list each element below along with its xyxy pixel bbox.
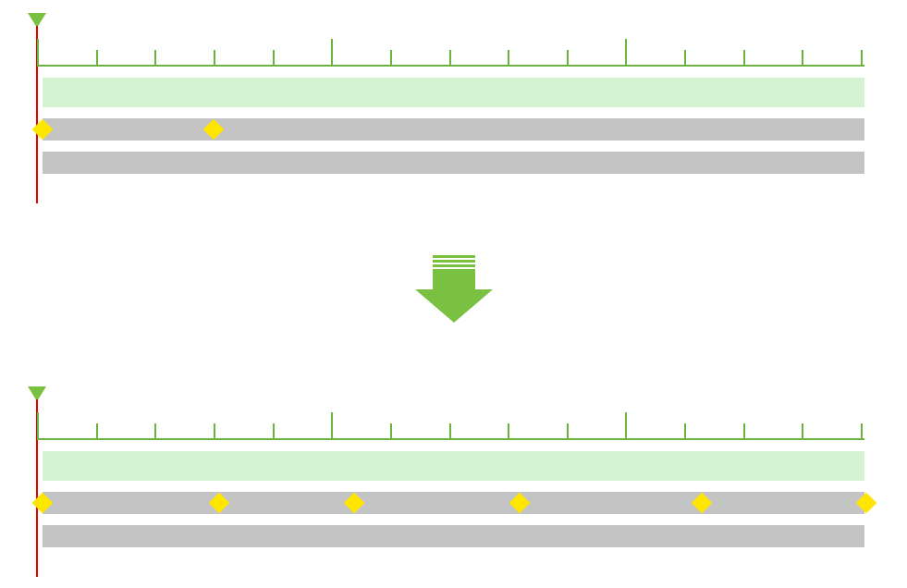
ruler-baseline	[37, 65, 864, 67]
ruler-tick	[508, 423, 509, 440]
timeline-before	[37, 15, 864, 174]
ruler-tick	[96, 423, 98, 440]
ruler-tick	[154, 423, 156, 440]
timeline-ruler[interactable]	[37, 394, 864, 440]
transition-arrow-icon	[415, 255, 493, 323]
ruler-tick	[861, 423, 863, 440]
keyframe-marker[interactable]	[691, 493, 712, 514]
ruler-tick	[273, 423, 275, 440]
ruler-tick	[625, 412, 627, 440]
ruler-tick	[861, 50, 863, 67]
timeline-ruler[interactable]	[37, 20, 864, 67]
keyframe-track[interactable]	[43, 492, 864, 514]
ruler-tick	[567, 50, 569, 67]
keyframe-marker[interactable]	[509, 493, 530, 514]
ruler-tick	[567, 423, 569, 440]
ruler-tick	[37, 39, 39, 67]
ruler-tick	[684, 50, 686, 67]
ruler-tick	[625, 39, 627, 67]
timing-track[interactable]	[43, 78, 864, 107]
ruler-tick	[154, 50, 156, 67]
ruler-tick	[449, 423, 451, 440]
ruler-tick	[273, 50, 275, 67]
ruler-tick	[449, 50, 451, 67]
ruler-tick	[214, 50, 215, 67]
ruler-tick	[37, 412, 39, 440]
ruler-tick	[390, 423, 392, 440]
timeline-after	[37, 388, 864, 547]
keyframe-marker[interactable]	[202, 119, 224, 141]
tracks-after	[37, 451, 864, 547]
ruler-tick	[743, 423, 745, 440]
ruler-baseline	[37, 438, 864, 440]
ruler-tick	[802, 50, 803, 67]
ruler-tick	[802, 423, 803, 440]
ruler-tick	[96, 50, 98, 67]
keyframe-marker[interactable]	[856, 493, 877, 514]
timing-track[interactable]	[43, 451, 864, 481]
ruler-tick	[508, 50, 509, 67]
ruler-tick	[331, 39, 333, 67]
ruler-tick	[214, 423, 215, 440]
keyframe-track[interactable]	[43, 525, 864, 547]
ruler-tick	[390, 50, 392, 67]
keyframe-marker[interactable]	[344, 493, 365, 514]
keyframe-marker[interactable]	[209, 493, 230, 514]
ruler-tick	[684, 423, 686, 440]
ruler-tick	[331, 412, 333, 440]
ruler-tick	[743, 50, 745, 67]
tracks-before	[37, 78, 864, 174]
keyframe-track[interactable]	[43, 152, 864, 174]
keyframe-track[interactable]	[43, 118, 864, 141]
